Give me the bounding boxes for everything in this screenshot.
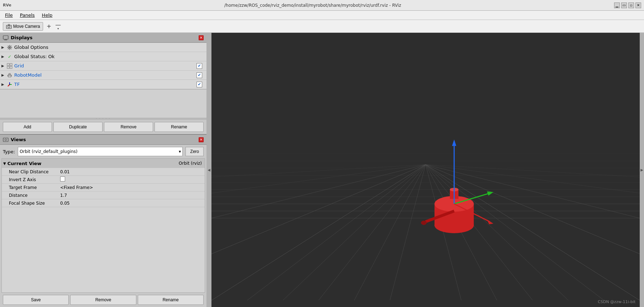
tf-checkbox[interactable]: ✔ [197,82,202,87]
expand-global-status[interactable]: ▶ [1,55,6,58]
views-type-select[interactable]: Orbit (rviz_default_plugins) ▾ [18,147,183,156]
right-splitter-arrow: ▶ [640,168,643,172]
displays-header-left: Displays [3,35,32,41]
splitter-arrow-icon: ◀ [208,168,210,172]
svg-rect-11 [9,73,10,75]
target-frame-value: <Fixed Frame> [59,185,205,190]
global-status-label: Global Status: Ok [14,54,205,59]
duplicate-button[interactable]: Duplicate [53,122,103,132]
displays-panel-icon [3,35,9,41]
svg-rect-3 [4,40,7,40]
prop-distance: Distance 1.7 [2,191,205,199]
close-button[interactable]: ✕ [635,2,641,8]
minus-dropdown-arrow[interactable]: ▾ [57,27,59,30]
views-panel-header: Views ✕ [0,135,206,145]
maximize-button[interactable]: ▫ [628,2,634,8]
prop-target-frame: Target Frame <Fixed Frame> [2,184,205,191]
menu-file[interactable]: File [1,12,16,19]
views-remove-button[interactable]: Remove [70,295,136,305]
displays-properties [0,89,206,118]
prop-near-clip: Near Clip Distance 0.01 [2,168,205,176]
move-camera-button[interactable]: Move Camera [3,22,43,31]
titlebar: RVe /home/zzw/ROS_code/rviz_demo/install… [0,0,644,11]
svg-rect-15 [11,75,12,76]
display-item-global-options[interactable]: ▶ Global Options [0,43,206,52]
minimize-button[interactable]: ▁ [614,2,620,8]
views-rename-button[interactable]: Rename [138,295,204,305]
expand-grid[interactable]: ▶ [1,64,6,68]
svg-point-12 [9,75,10,76]
current-view-section[interactable]: ▼ Current View Orbit (rviz) [2,159,205,168]
tf-label: TF [14,82,197,87]
distance-value: 1.7 [59,193,205,198]
display-item-robotmodel[interactable]: ▶ RobotModel ✔ [0,71,206,80]
expand-robotmodel[interactable]: ▶ [1,73,6,77]
minus-button[interactable]: — [54,22,62,27]
restore-button[interactable]: ▭ [621,2,627,8]
views-panel: Views ✕ Type: Orbit (rviz_default_plugin… [0,135,206,307]
left-splitter[interactable]: ◀ [206,33,211,307]
distance-label: Distance [2,193,59,198]
robotmodel-label: RobotModel [14,72,197,78]
svg-rect-10 [8,75,11,77]
views-header-left: Views [3,137,26,143]
rename-button[interactable]: Rename [155,122,204,132]
left-panel: Displays ✕ ▶ Global Options [0,33,206,307]
expand-tf[interactable]: ▶ [1,82,6,86]
tf-icon [6,81,13,88]
views-save-button[interactable]: Save [3,295,69,305]
focal-shape-label: Focal Shape Size [2,201,59,206]
svg-point-4 [9,46,11,48]
expand-global-options[interactable]: ▶ [1,45,6,49]
svg-rect-6 [7,63,9,66]
app-logo: RVe [3,3,11,7]
views-type-label: Type: [3,149,15,154]
add-button[interactable]: Add [3,122,52,132]
displays-panel-close[interactable]: ✕ [199,35,204,40]
right-splitter[interactable]: ▶ [640,33,644,307]
views-panel-icon [3,137,9,143]
display-item-global-status[interactable]: ▶ ✓ Global Status: Ok [0,52,206,61]
robotmodel-checkbox[interactable]: ✔ [197,72,202,78]
viewport-canvas: CSDN @zzw-11i-bit [211,33,640,307]
display-item-grid[interactable]: ▶ Grid ✔ [0,61,206,71]
window-title: /home/zzw/ROS_code/rviz_demo/install/myr… [11,3,614,8]
menu-panels[interactable]: Panels [16,12,38,19]
prop-focal-shape: Focal Shape Size 0.05 [2,199,205,207]
camera-icon [6,24,12,29]
svg-rect-14 [7,75,8,76]
3d-viewport[interactable]: CSDN @zzw-11i-bit [211,33,640,307]
svg-point-19 [9,84,10,85]
robot-icon [6,72,13,78]
main-content: Displays ✕ ▶ Global Options [0,33,644,307]
invert-z-label: Invert Z Axis [2,177,59,182]
minus-container: — ▾ [54,22,62,30]
grid-label: Grid [14,63,197,68]
target-frame-label: Target Frame [2,185,59,190]
near-clip-label: Near Clip Distance [2,169,59,174]
remove-button[interactable]: Remove [104,122,153,132]
views-type-dropdown-icon: ▾ [179,149,181,154]
gear-icon [6,44,13,51]
add-display-button[interactable]: + [45,23,52,30]
global-options-label: Global Options [14,45,205,50]
menu-help[interactable]: Help [38,12,56,19]
current-view-expand: ▼ [3,162,6,165]
displays-panel: Displays ✕ ▶ Global Options [0,33,206,135]
views-type-value: Orbit (rviz_default_plugins) [20,149,77,154]
views-zero-button[interactable]: Zero [185,147,204,156]
displays-buttons: Add Duplicate Remove Rename [0,120,206,134]
svg-point-66 [421,221,426,225]
current-view-type: Orbit (rviz) [179,161,202,166]
views-panel-close[interactable]: ✕ [199,137,204,142]
svg-point-21 [5,139,7,140]
svg-point-13 [10,75,11,76]
grid-checkbox[interactable]: ✔ [197,63,202,69]
views-type-row: Type: Orbit (rviz_default_plugins) ▾ Zer… [0,145,206,158]
move-camera-label: Move Camera [13,24,40,29]
invert-z-checkbox[interactable] [60,176,65,181]
titlebar-controls: ▁ ▭ ▫ ✕ [614,2,641,8]
invert-z-value [59,176,205,183]
prop-invert-z: Invert Z Axis [2,176,205,184]
display-item-tf[interactable]: ▶ TF ✔ [0,80,206,89]
